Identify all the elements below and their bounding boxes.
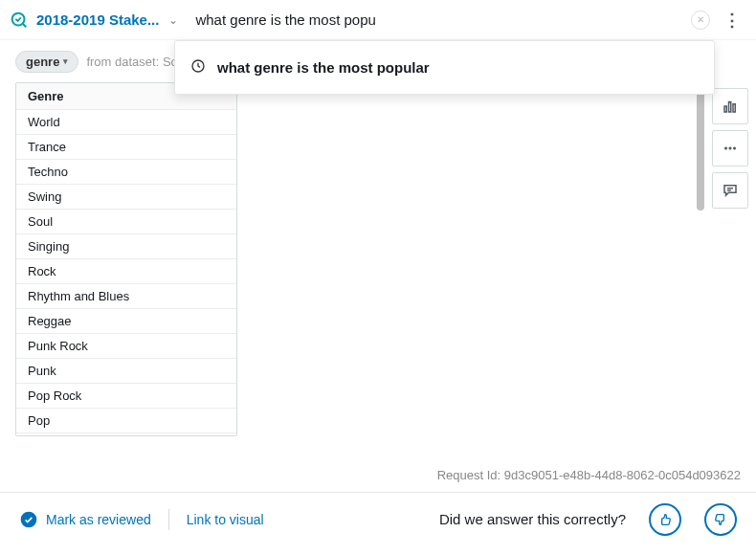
mark-reviewed-label: Mark as reviewed <box>46 512 151 527</box>
svg-line-1 <box>23 23 27 27</box>
svg-rect-3 <box>724 106 726 112</box>
table-row[interactable]: Trance <box>16 135 236 160</box>
table-row[interactable]: Punk Rock <box>16 334 236 359</box>
request-id: Request Id: 9d3c9051-e48b-44d8-8062-0c05… <box>437 468 741 482</box>
table-row[interactable]: Pop Rock <box>16 384 236 409</box>
caret-down-icon: ▾ <box>63 56 68 66</box>
svg-rect-4 <box>729 102 731 113</box>
datasource-selector[interactable]: 2018-2019 Stake... <box>36 11 159 28</box>
table-row[interactable]: World <box>16 110 236 135</box>
query-input[interactable] <box>188 8 385 32</box>
feedback-question: Did we answer this correctly? <box>439 511 626 527</box>
link-to-visual-button[interactable]: Link to visual <box>187 512 264 527</box>
divider <box>168 509 169 530</box>
query-topbar: 2018-2019 Stake... ⌄ ✕ ⋮ <box>0 0 756 40</box>
table-row[interactable]: Singing <box>16 234 236 259</box>
mark-reviewed-button[interactable]: Mark as reviewed <box>19 510 151 529</box>
table-row[interactable]: Soul <box>16 210 236 234</box>
table-row[interactable]: Punk <box>16 359 236 384</box>
answer-area: Genre WorldTranceTechnoSwingSoulSingingR… <box>15 82 706 490</box>
thumbs-down-button[interactable] <box>704 503 737 536</box>
chart-type-button[interactable] <box>712 88 748 124</box>
svg-point-6 <box>724 147 726 149</box>
svg-point-9 <box>21 511 37 527</box>
svg-point-7 <box>729 147 731 149</box>
thumbs-up-button[interactable] <box>649 503 681 536</box>
table-row[interactable]: Rock <box>16 259 236 284</box>
history-icon <box>190 58 206 77</box>
table-row[interactable]: Pop <box>16 409 236 433</box>
genre-table[interactable]: Genre WorldTranceTechnoSwingSoulSingingR… <box>15 82 237 436</box>
check-circle-icon <box>19 510 38 529</box>
feedback-button[interactable] <box>712 172 748 209</box>
filter-pill-genre[interactable]: genre ▾ <box>15 51 78 73</box>
more-options-button[interactable] <box>712 130 748 166</box>
chevron-down-icon[interactable]: ⌄ <box>165 13 182 27</box>
table-row[interactable]: Orchestra <box>16 433 236 436</box>
from-dataset-label: from dataset: So <box>86 55 177 69</box>
table-row[interactable]: Rhythm and Blues <box>16 284 236 309</box>
filter-pill-label: genre <box>26 55 59 69</box>
right-toolbar <box>712 88 748 209</box>
clear-icon[interactable]: ✕ <box>691 11 710 30</box>
suggestion-item[interactable]: what genre is the most popular <box>175 51 714 84</box>
kebab-menu-icon[interactable]: ⋮ <box>716 10 748 31</box>
table-row[interactable]: Reggae <box>16 309 236 334</box>
suggestion-text: what genre is the most popular <box>217 59 430 76</box>
svg-rect-5 <box>733 104 735 112</box>
feedback-footer: Mark as reviewed Link to visual Did we a… <box>0 492 756 545</box>
query-suggestion-dropdown: what genre is the most popular <box>174 40 715 95</box>
vertical-scrollbar[interactable] <box>697 86 704 211</box>
quicksight-q-icon <box>8 9 31 32</box>
svg-point-8 <box>733 147 735 149</box>
table-row[interactable]: Techno <box>16 160 236 185</box>
table-row[interactable]: Swing <box>16 185 236 210</box>
